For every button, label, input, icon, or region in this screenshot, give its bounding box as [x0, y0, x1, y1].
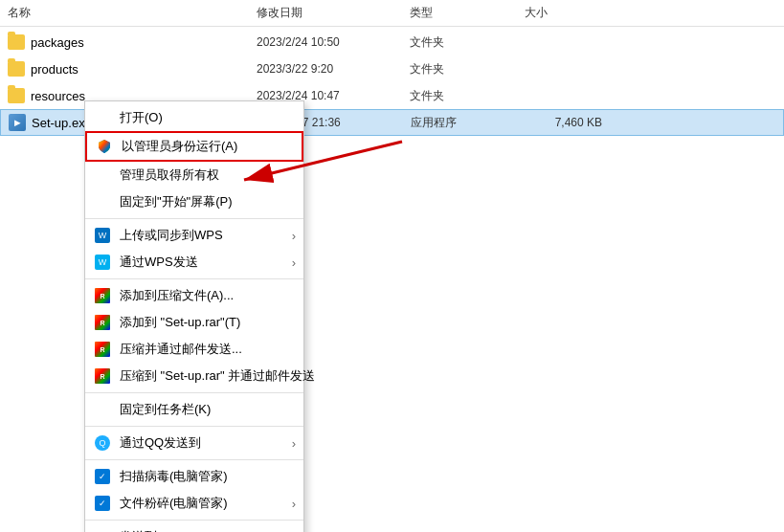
menu-item-label: 文件粉碎(电脑管家) — [120, 495, 228, 512]
menu-item-label: 压缩到 "Set-up.rar" 并通过邮件发送 — [120, 367, 315, 385]
menu-item-pin-start[interactable]: 固定到"开始"屏幕(P) — [85, 188, 303, 215]
menu-item-label: 固定到任务栏(K) — [120, 401, 211, 418]
col-type-header[interactable]: 类型 — [410, 5, 525, 21]
file-type-cell: 文件夹 — [410, 88, 525, 104]
submenu-arrow-icon: › — [292, 436, 296, 451]
menu-item-label: 上传或同步到WPS — [120, 227, 223, 244]
menu-separator — [85, 459, 303, 460]
folder-icon — [8, 34, 25, 50]
compress-icon: R — [93, 313, 112, 332]
file-label: products — [31, 62, 78, 77]
file-date-cell: 2023/3/22 9:20 — [257, 62, 410, 76]
file-label: resources — [31, 89, 85, 103]
wps-upload-icon: W — [93, 226, 112, 245]
menu-item-wps-upload[interactable]: W 上传或同步到WPS › — [85, 222, 303, 249]
menu-item-scan-virus[interactable]: ✓ 扫描病毒(电脑管家) — [85, 463, 303, 490]
menu-item-label: 通过QQ发送到 — [120, 434, 201, 452]
menu-item-label: 打开(O) — [120, 109, 163, 126]
file-label: packages — [31, 35, 84, 50]
menu-separator — [85, 278, 303, 279]
column-headers: 名称 修改日期 类型 大小 — [0, 0, 784, 27]
col-name-header[interactable]: 名称 — [8, 5, 257, 21]
folder-icon — [8, 88, 25, 103]
submenu-arrow-icon: › — [292, 229, 296, 243]
col-size-header[interactable]: 大小 — [525, 5, 620, 21]
menu-item-label: 添加到压缩文件(A)... — [120, 287, 234, 304]
menu-item-compress-rar[interactable]: R 添加到 "Set-up.rar"(T) — [85, 309, 303, 336]
table-row[interactable]: packages 2023/2/24 10:50 文件夹 — [0, 29, 784, 55]
col-date-header[interactable]: 修改日期 — [257, 5, 410, 21]
file-label: Set-up.exe — [32, 116, 92, 130]
file-date-cell: 2023/2/24 10:50 — [257, 35, 410, 49]
menu-item-label: 通过WPS发送 — [120, 254, 198, 271]
menu-item-run-as-admin[interactable]: 以管理员身份运行(A) — [85, 131, 303, 162]
menu-item-label: 发送到(N) — [120, 528, 174, 532]
menu-item-label: 添加到 "Set-up.rar"(T) — [120, 314, 240, 331]
menu-item-label: 管理员取得所有权 — [120, 166, 219, 184]
menu-item-send-to[interactable]: 发送到(N) › — [85, 523, 303, 532]
menu-item-shred-file[interactable]: ✓ 文件粉碎(电脑管家) › — [85, 490, 303, 517]
submenu-arrow-icon: › — [292, 255, 296, 270]
menu-separator — [85, 520, 303, 521]
shield-icon — [95, 137, 114, 156]
qq-icon: Q — [93, 433, 112, 453]
menu-item-label: 扫描病毒(电脑管家) — [120, 468, 228, 485]
compress-icon: R — [93, 366, 112, 386]
file-name-cell: packages — [8, 34, 257, 50]
context-menu: 打开(O) 以管理员身份运行(A — [84, 100, 304, 532]
menu-item-compress-rar-email[interactable]: R 压缩到 "Set-up.rar" 并通过邮件发送 — [85, 363, 303, 389]
menu-item-pin-taskbar[interactable]: 固定到任务栏(K) — [85, 396, 303, 423]
folder-icon — [8, 61, 25, 77]
menu-separator — [85, 218, 303, 219]
menu-item-open[interactable]: 打开(O) — [85, 104, 303, 131]
wps-send-icon: W — [93, 253, 112, 272]
file-type-cell: 文件夹 — [410, 34, 525, 51]
file-size-cell: 7,460 KB — [526, 116, 621, 129]
file-explorer: 名称 修改日期 类型 大小 packages 2023/2/24 10:50 文… — [0, 0, 784, 532]
menu-item-compress-email[interactable]: R 压缩并通过邮件发送... — [85, 336, 303, 363]
menu-item-qq-send[interactable]: Q 通过QQ发送到 › — [85, 430, 303, 456]
exe-icon: ▶ — [9, 114, 26, 131]
menu-item-label: 压缩并通过邮件发送... — [120, 341, 242, 358]
pcmgr-icon: ✓ — [93, 467, 112, 486]
submenu-arrow-icon: › — [292, 497, 296, 511]
table-row[interactable]: products 2023/3/22 9:20 文件夹 — [0, 55, 784, 82]
pcmgr-icon: ✓ — [93, 494, 112, 513]
menu-item-admin-own[interactable]: 管理员取得所有权 — [85, 162, 303, 188]
file-type-cell: 文件夹 — [410, 61, 525, 78]
compress-icon: R — [93, 286, 112, 305]
menu-item-label: 以管理员身份运行(A) — [122, 138, 237, 155]
compress-icon: R — [93, 340, 112, 359]
menu-separator — [85, 392, 303, 393]
file-name-cell: products — [8, 61, 257, 77]
file-type-cell: 应用程序 — [411, 115, 526, 131]
menu-item-label: 固定到"开始"屏幕(P) — [120, 193, 233, 211]
menu-item-compress-add[interactable]: R 添加到压缩文件(A)... — [85, 282, 303, 309]
menu-separator — [85, 426, 303, 427]
menu-item-wps-send[interactable]: W 通过WPS发送 › — [85, 249, 303, 276]
